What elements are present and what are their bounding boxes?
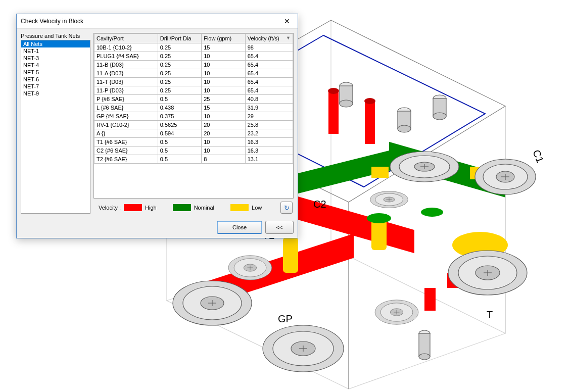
svg-rect-17 <box>371 167 389 178</box>
nets-list-item[interactable]: NET-1 <box>21 47 90 55</box>
svg-point-72 <box>328 88 339 94</box>
port-label-gp: GP <box>278 313 293 325</box>
nets-list-item[interactable]: All Nets <box>21 40 90 47</box>
sort-indicator-icon: ▼ <box>286 35 291 40</box>
table-row[interactable]: L {#6 SAE}0.4381531.9 <box>94 104 293 112</box>
table-row[interactable]: 11-T {D03}0.251065.4 <box>94 78 293 86</box>
svg-point-73 <box>364 98 375 104</box>
velocity-legend: Velocity : High Nominal Low ↻ <box>93 199 294 214</box>
table-row[interactable]: 10B-1 {C10-2}0.251598 <box>94 43 293 52</box>
nets-list-item[interactable]: NET-3 <box>21 55 90 62</box>
svg-rect-13 <box>371 220 387 250</box>
svg-rect-8 <box>328 91 339 134</box>
check-velocity-dialog: Check Velocity in Block ✕ Pressure and T… <box>16 14 298 238</box>
table-row[interactable]: T1 {#6 SAE}0.51016.3 <box>94 138 293 146</box>
legend-swatch-high <box>124 204 142 211</box>
svg-point-18 <box>367 213 391 223</box>
nets-list-item[interactable]: NET-5 <box>21 69 90 76</box>
col-flow[interactable]: Flow (gpm) <box>202 34 245 43</box>
table-row[interactable]: 11-B {D03}0.251065.4 <box>94 61 293 69</box>
table-row[interactable]: RV-1 {C10-2}0.56252025.8 <box>94 121 293 129</box>
table-row[interactable]: 11-P {D03}0.251065.4 <box>94 86 293 95</box>
dialog-title: Check Velocity in Block <box>21 18 276 25</box>
col-cavity[interactable]: Cavity/Port <box>94 34 158 43</box>
legend-text-high: High <box>145 205 157 211</box>
col-dia[interactable]: Drill/Port Dia <box>158 34 201 43</box>
dialog-titlebar[interactable]: Check Velocity in Block ✕ <box>17 14 298 29</box>
nets-list-item[interactable]: NET-6 <box>21 76 90 83</box>
port-label-c2: C2 <box>313 199 326 210</box>
legend-swatch-nominal <box>173 204 191 211</box>
table-row[interactable]: PLUG1 {#4 SAE}0.251065.4 <box>94 52 293 61</box>
port-label-t: T <box>487 309 493 321</box>
close-button[interactable]: Close <box>217 221 262 234</box>
svg-point-65 <box>398 125 411 132</box>
close-icon: ✕ <box>284 17 290 25</box>
collapse-button[interactable]: << <box>265 221 294 234</box>
table-row[interactable]: P {#8 SAE}0.52540.8 <box>94 95 293 104</box>
svg-point-19 <box>421 208 443 217</box>
nets-list-item[interactable]: NET-4 <box>21 62 90 69</box>
table-row[interactable]: GP {#4 SAE}0.3751029 <box>94 112 293 121</box>
nets-listbox[interactable]: All NetsNET-1NET-3NET-4NET-5NET-6NET-7NE… <box>21 40 90 214</box>
legend-swatch-low <box>230 204 249 211</box>
legend-label: Velocity : <box>99 205 121 211</box>
svg-point-62 <box>340 100 353 107</box>
table-row[interactable]: T2 {#6 SAE}0.5813.1 <box>94 155 293 164</box>
nets-list-item[interactable]: NET-7 <box>21 83 90 90</box>
velocity-grid[interactable]: Cavity/Port Drill/Port Dia Flow (gpm) Ve… <box>93 33 294 199</box>
col-velocity[interactable]: Velocity (ft/s) ▼ <box>245 34 293 43</box>
svg-rect-70 <box>419 333 430 357</box>
svg-rect-12 <box>283 237 298 273</box>
table-row[interactable]: 11-A {D03}0.251065.4 <box>94 69 293 78</box>
table-row[interactable]: A {}0.5942023.2 <box>94 129 293 138</box>
table-row[interactable]: C2 {#6 SAE}0.51016.3 <box>94 146 293 155</box>
window-close-button[interactable]: ✕ <box>276 14 298 28</box>
refresh-button[interactable]: ↻ <box>280 202 293 214</box>
nets-list-item[interactable]: NET-9 <box>21 90 90 97</box>
svg-rect-10 <box>424 288 436 311</box>
svg-point-68 <box>433 113 446 120</box>
svg-rect-15 <box>457 237 503 253</box>
legend-text-nominal: Nominal <box>194 205 214 211</box>
nets-list-label: Pressure and Tank Nets <box>21 33 90 39</box>
legend-text-low: Low <box>252 205 262 211</box>
refresh-icon: ↻ <box>284 204 290 212</box>
svg-rect-9 <box>365 101 375 144</box>
svg-point-71 <box>419 354 430 360</box>
